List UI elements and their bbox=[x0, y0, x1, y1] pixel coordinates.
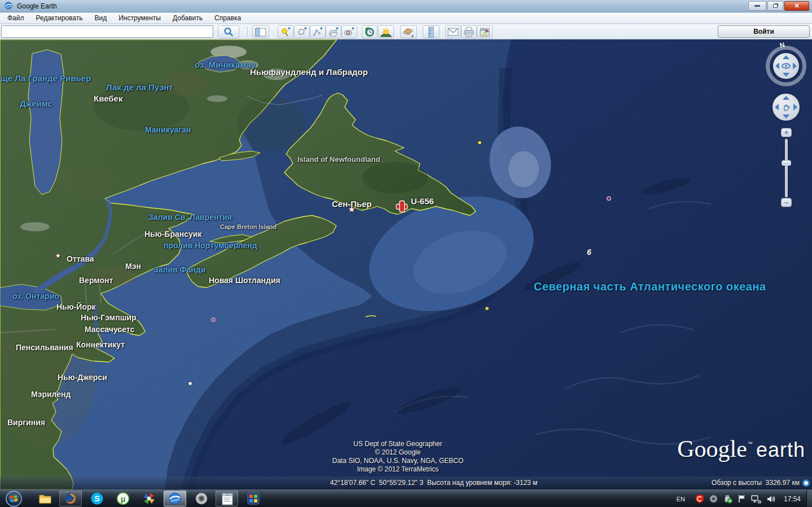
taskbar-text-editor[interactable]: 14 bbox=[216, 491, 238, 506]
network-icon[interactable] bbox=[751, 495, 762, 504]
image-overlay-icon bbox=[328, 27, 339, 37]
attribution-line: US Dept of State Geographer bbox=[313, 440, 482, 448]
map-label: оз. Онтарио bbox=[12, 292, 59, 301]
taskbar-clock[interactable]: 17:54 bbox=[784, 495, 801, 503]
taskbar-windows-explorer[interactable] bbox=[38, 492, 52, 507]
search-icon bbox=[223, 27, 234, 37]
taskbar-skype[interactable]: S bbox=[90, 492, 104, 507]
search-input[interactable] bbox=[1, 25, 213, 38]
map-label: Ньюфаундленд и Лабрадор bbox=[250, 67, 368, 77]
windows-start-orb-icon bbox=[6, 491, 22, 507]
email-button[interactable] bbox=[445, 25, 461, 38]
map-label: оз. Мичикамау bbox=[195, 60, 256, 69]
map-label: U-656 bbox=[411, 196, 434, 206]
taskbar-firefox[interactable] bbox=[59, 491, 82, 506]
search-button[interactable] bbox=[218, 25, 239, 38]
move-down-arrow-icon[interactable] bbox=[783, 114, 789, 118]
hand-icon bbox=[782, 103, 791, 112]
look-ring[interactable] bbox=[766, 46, 806, 86]
print-button[interactable] bbox=[461, 25, 477, 38]
google-earth-taskbar-icon bbox=[168, 492, 182, 505]
photo-viewer-icon bbox=[142, 492, 156, 505]
zoom-in-button[interactable]: + bbox=[781, 128, 792, 137]
map-label: Нью-Гэмпшир bbox=[81, 313, 136, 322]
map-label: Новая Шотландия bbox=[209, 276, 280, 285]
sunlight-button[interactable] bbox=[378, 25, 394, 38]
language-indicator[interactable]: EN bbox=[677, 496, 685, 502]
map-label: Вермонт bbox=[79, 276, 113, 285]
map-label: Маникуаган bbox=[145, 125, 191, 134]
show-sidebar-button[interactable] bbox=[252, 25, 269, 38]
look-left-arrow-icon[interactable] bbox=[775, 63, 779, 69]
menu-item-3[interactable]: Инструменты bbox=[114, 14, 165, 23]
taskbar-gray-app[interactable] bbox=[195, 492, 208, 507]
saint-pierre-placemark[interactable]: ★ bbox=[348, 205, 355, 214]
menu-item-2[interactable]: Вид bbox=[90, 14, 111, 23]
title-bar: Google Earth ✕ bbox=[0, 0, 812, 12]
record-tour-icon bbox=[344, 27, 355, 37]
restore-button[interactable] bbox=[767, 1, 783, 11]
taskbar-blocks-app[interactable] bbox=[247, 492, 260, 507]
look-joystick[interactable] bbox=[773, 53, 799, 79]
maps-view-icon bbox=[480, 27, 490, 37]
map-label: Island of Newfoundland bbox=[297, 155, 380, 164]
gray-round-app-icon bbox=[195, 492, 208, 505]
add-placemark-button[interactable] bbox=[278, 25, 293, 38]
menu-item-4[interactable]: Добавить bbox=[168, 14, 207, 23]
taskbar-utorrent[interactable]: µ bbox=[116, 492, 130, 507]
look-up-arrow-icon[interactable] bbox=[783, 55, 789, 59]
start-button[interactable] bbox=[6, 491, 22, 507]
logo-earth: earth bbox=[756, 438, 805, 462]
historical-imagery-button[interactable] bbox=[362, 25, 378, 38]
tray-gray-round-icon[interactable] bbox=[709, 495, 718, 503]
zoom-out-button[interactable]: – bbox=[781, 198, 792, 207]
look-down-arrow-icon[interactable] bbox=[783, 73, 789, 77]
close-button[interactable]: ✕ bbox=[784, 1, 809, 11]
comodo-shield-icon[interactable] bbox=[695, 494, 704, 504]
ruler-button[interactable] bbox=[423, 25, 440, 38]
menu-item-1[interactable]: Редактировать bbox=[32, 14, 87, 23]
eye-altitude-label: Обзор с высоты bbox=[712, 479, 762, 487]
menu-item-5[interactable]: Справка bbox=[210, 14, 245, 23]
taskbar: S µ 14 EN 17:54 bbox=[0, 490, 812, 507]
polygon-icon bbox=[296, 27, 308, 37]
taskbar-photo-viewer[interactable] bbox=[142, 492, 156, 507]
move-up-arrow-icon[interactable] bbox=[783, 96, 789, 100]
google-earth-app-icon bbox=[4, 2, 13, 11]
add-path-button[interactable] bbox=[310, 25, 326, 38]
look-right-arrow-icon[interactable] bbox=[793, 63, 797, 69]
google-earth-window: Google Earth ✕ ФайлРедактироватьВидИнстр… bbox=[0, 0, 812, 507]
move-joystick[interactable] bbox=[773, 94, 800, 121]
logo-google: Google bbox=[677, 435, 747, 462]
taskbar-google-earth[interactable] bbox=[164, 491, 186, 506]
action-center-flag-icon[interactable] bbox=[738, 494, 746, 504]
volume-icon[interactable] bbox=[766, 495, 776, 504]
eye-altitude-value: 3326.97 км bbox=[766, 479, 800, 487]
move-left-arrow-icon[interactable] bbox=[775, 104, 779, 111]
record-tour-button[interactable] bbox=[341, 25, 357, 38]
map-label: Залив Фанди bbox=[153, 265, 205, 274]
usb-device-icon[interactable] bbox=[723, 494, 733, 504]
minimize-button[interactable] bbox=[748, 1, 766, 11]
u-656-placemark[interactable] bbox=[397, 201, 407, 211]
show-desktop-button[interactable] bbox=[806, 490, 812, 507]
firefox-icon bbox=[64, 492, 77, 505]
zoom-slider-track[interactable] bbox=[785, 139, 788, 197]
menu-item-0[interactable]: Файл bbox=[3, 14, 29, 23]
ottawa-capital-star[interactable]: ★ bbox=[55, 252, 61, 259]
view-in-maps-button[interactable] bbox=[477, 25, 493, 38]
map-label: Джеймс bbox=[20, 99, 52, 108]
map-viewport[interactable]: , bbox=[0, 39, 812, 490]
menu-bar: ФайлРедактироватьВидИнструментыДобавитьС… bbox=[0, 13, 812, 24]
add-image-overlay-button[interactable] bbox=[326, 25, 341, 38]
move-right-arrow-icon[interactable] bbox=[793, 104, 797, 111]
zoom-slider-handle[interactable]: – bbox=[782, 160, 791, 166]
planets-button[interactable] bbox=[400, 25, 417, 38]
svg-text:µ: µ bbox=[121, 494, 126, 504]
map-attribution: US Dept of State Geographer© 2012 Google… bbox=[313, 440, 482, 474]
add-polygon-button[interactable] bbox=[294, 25, 310, 38]
satellite-terrain: , bbox=[0, 39, 812, 490]
sign-in-button[interactable]: Войти bbox=[718, 25, 810, 38]
eye-icon bbox=[782, 63, 791, 69]
skype-icon: S bbox=[90, 492, 104, 505]
